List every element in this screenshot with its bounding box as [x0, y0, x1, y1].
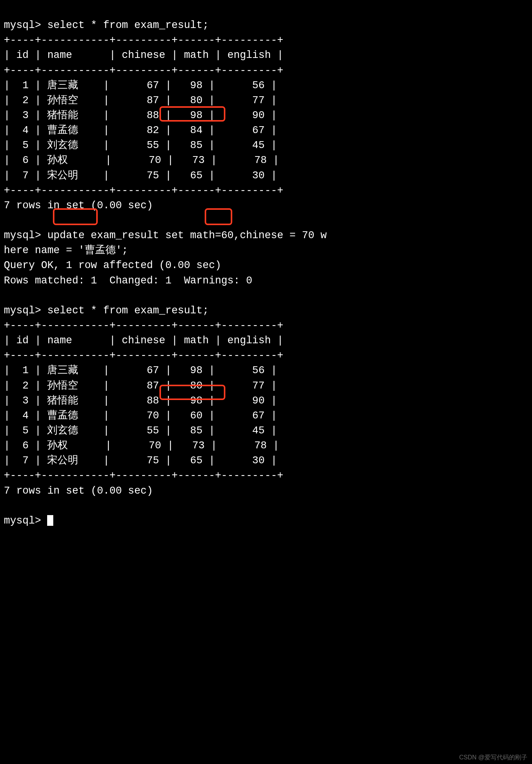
table-row: | 4 | 曹孟德 | 70 | 60 | 67 | — [4, 410, 277, 422]
prompt: mysql> select * from exam_result; — [4, 305, 209, 316]
table-separator: +----+-----------+---------+------+-----… — [4, 65, 283, 76]
terminal-output: mysql> select * from exam_result; +----+… — [0, 0, 532, 532]
prompt: mysql> select * from exam_result; — [4, 20, 209, 31]
query-ok: Query OK, 1 row affected (0.00 sec) — [4, 260, 221, 271]
rows-matched: Rows matched: 1 Changed: 1 Warnings: 0 — [4, 275, 252, 286]
table-row: | 1 | 唐三藏 | 67 | 98 | 56 | — [4, 80, 277, 91]
table-separator: +----+-----------+---------+------+-----… — [4, 185, 283, 196]
table-row: | 6 | 孙权 | 70 | 73 | 78 | — [4, 155, 279, 166]
prompt-cursor[interactable]: mysql> — [4, 515, 53, 527]
highlight-set-keyword: set — [165, 230, 184, 241]
watermark: CSDN @爱写代码的刚子 — [459, 753, 527, 762]
table-row: | 2 | 孙悟空 | 87 | 80 | 77 | — [4, 95, 277, 106]
table-row: | 6 | 孙权 | 70 | 73 | 78 | — [4, 440, 279, 451]
rows-in-set: 7 rows in set (0.00 sec) — [4, 200, 153, 211]
table-row: | 3 | 猪悟能 | 88 | 98 | 90 | — [4, 110, 277, 121]
table-separator: +----+-----------+---------+------+-----… — [4, 350, 283, 361]
table-row: | 7 | 宋公明 | 75 | 65 | 30 | — [4, 170, 277, 181]
table-row: | 1 | 唐三藏 | 67 | 98 | 56 | — [4, 365, 277, 376]
highlight-update-keyword: update — [47, 230, 84, 241]
table-row: | 3 | 猪悟能 | 88 | 98 | 90 | — [4, 395, 277, 407]
table-row: | 7 | 宋公明 | 75 | 65 | 30 | — [4, 455, 277, 466]
update-statement-line2: here name = '曹孟德'; — [4, 245, 128, 256]
table-separator: +----+-----------+---------+------+-----… — [4, 320, 283, 331]
rows-in-set: 7 rows in set (0.00 sec) — [4, 485, 153, 497]
table-separator: +----+-----------+---------+------+-----… — [4, 35, 283, 46]
table-row: | 5 | 刘玄德 | 55 | 85 | 45 | — [4, 425, 277, 436]
table-row: | 5 | 刘玄德 | 55 | 85 | 45 | — [4, 140, 277, 151]
cursor-icon — [47, 515, 53, 526]
table-header: | id | name | chinese | math | english | — [4, 335, 283, 346]
table-separator: +----+-----------+---------+------+-----… — [4, 470, 283, 481]
table-row: | 4 | 曹孟德 | 82 | 84 | 67 | — [4, 125, 277, 136]
table-header: | id | name | chinese | math | english | — [4, 49, 283, 61]
table-row: | 2 | 孙悟空 | 87 | 80 | 77 | — [4, 380, 277, 392]
update-statement: mysql> update exam_result set math=60,ch… — [4, 230, 327, 241]
